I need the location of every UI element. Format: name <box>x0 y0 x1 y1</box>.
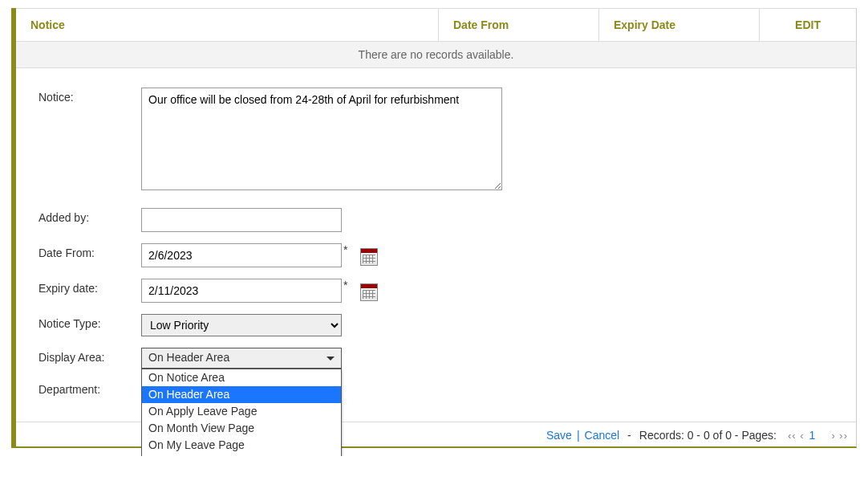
displayarea-option[interactable]: On Month View Page <box>142 420 341 437</box>
label-notice: Notice: <box>39 88 141 104</box>
cancel-link[interactable]: Cancel <box>585 429 620 442</box>
displayarea-select[interactable]: On Header Area <box>141 348 342 369</box>
displayarea-option[interactable]: On Apply Leave Page <box>142 403 341 420</box>
required-mark: * <box>343 279 347 291</box>
pager-next-last[interactable]: › ›› <box>831 430 848 442</box>
table-header: Notice Date From Expiry Date EDIT <box>16 8 856 42</box>
label-addedby: Added by: <box>39 208 141 224</box>
datefrom-input[interactable] <box>141 243 342 267</box>
no-records-message: There are no records available. <box>16 42 856 68</box>
form-area: Notice: Our office will be closed from 2… <box>16 68 856 422</box>
displayarea-option[interactable]: On Header Area <box>142 386 341 403</box>
notice-panel: Notice Date From Expiry Date EDIT There … <box>11 8 857 448</box>
col-header-edit: EDIT <box>760 9 856 41</box>
required-mark: * <box>343 243 347 256</box>
label-displayarea: Display Area: <box>39 348 141 364</box>
label-datefrom: Date From: <box>39 243 141 259</box>
displayarea-option[interactable]: On My Approval Page <box>142 454 341 456</box>
label-department: Department: <box>39 380 141 396</box>
displayarea-option[interactable]: On My Leave Page <box>142 437 341 454</box>
notice-textarea[interactable]: Our office will be closed from 24-28th o… <box>141 88 502 190</box>
addedby-input[interactable] <box>141 208 342 232</box>
save-link[interactable]: Save <box>546 429 572 442</box>
calendar-icon[interactable] <box>360 248 378 266</box>
col-header-notice[interactable]: Notice <box>16 9 439 41</box>
footer-dash: - <box>627 429 631 442</box>
pager-first-prev[interactable]: ‹‹ ‹ <box>788 430 805 442</box>
page-number[interactable]: 1 <box>809 429 816 442</box>
label-noticetype: Notice Type: <box>39 314 141 330</box>
displayarea-dropdown: On Notice Area On Header Area On Apply L… <box>141 369 342 456</box>
col-header-datefrom[interactable]: Date From <box>439 9 599 41</box>
noticetype-select[interactable]: Low Priority <box>141 314 342 336</box>
footer-separator: | <box>577 429 580 442</box>
records-text: Records: 0 - 0 of 0 - Pages: <box>639 429 777 442</box>
displayarea-option[interactable]: On Notice Area <box>142 369 341 386</box>
col-header-expiry[interactable]: Expiry Date <box>599 9 760 41</box>
label-expirydate: Expiry date: <box>39 279 141 295</box>
calendar-icon[interactable] <box>360 283 378 301</box>
expirydate-input[interactable] <box>141 279 342 303</box>
